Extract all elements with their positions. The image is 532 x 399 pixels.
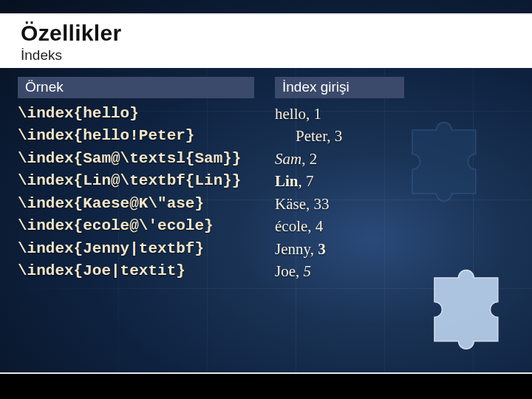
index-entry: Joe, 5 bbox=[275, 260, 497, 282]
index-entry: Jenny, 3 bbox=[275, 238, 497, 260]
example-code-list: \index{hello} \index{hello!Peter} \index… bbox=[18, 103, 267, 283]
code-line: \index{Kaese@K\"ase} bbox=[18, 193, 267, 215]
index-entry: Peter, 3 bbox=[275, 125, 497, 147]
code-line: \index{Sam@\textsl{Sam}} bbox=[18, 148, 267, 170]
index-entry-list: hello, 1Peter, 3Sam, 2Lin, 7Käse, 33écol… bbox=[275, 103, 497, 283]
index-page: 4 bbox=[316, 217, 324, 235]
index-page: 5 bbox=[304, 262, 312, 280]
code-line: \index{Jenny|textbf} bbox=[18, 238, 267, 260]
example-heading: Örnek bbox=[18, 77, 254, 98]
output-heading: İndex girişi bbox=[275, 77, 404, 98]
code-line: \index{hello} bbox=[18, 103, 267, 125]
index-word: Jenny bbox=[275, 240, 310, 258]
index-entry: Lin, 7 bbox=[275, 170, 497, 192]
index-page: 3 bbox=[318, 240, 326, 258]
index-page: 3 bbox=[335, 127, 343, 145]
header: Özellikler İndeks bbox=[0, 15, 532, 68]
index-page: 33 bbox=[313, 195, 329, 213]
content-columns: Örnek \index{hello} \index{hello!Peter} … bbox=[18, 77, 514, 283]
example-column: Örnek \index{hello} \index{hello!Peter} … bbox=[18, 77, 267, 283]
code-line: \index{Lin@\textbf{Lin}} bbox=[18, 170, 267, 192]
index-word: école bbox=[275, 217, 307, 235]
index-entry: hello, 1 bbox=[275, 103, 497, 125]
code-line: \index{hello!Peter} bbox=[18, 125, 267, 147]
index-word: Lin bbox=[275, 172, 299, 190]
page-subtitle: İndeks bbox=[21, 47, 511, 64]
index-entry: école, 4 bbox=[275, 215, 497, 237]
index-page: 7 bbox=[306, 172, 314, 190]
index-entry: Sam, 2 bbox=[275, 148, 497, 170]
index-word: Sam bbox=[275, 150, 301, 168]
code-line: \index{ecole@\'ecole} bbox=[18, 215, 267, 237]
code-line: \index{Joe|textit} bbox=[18, 260, 267, 282]
footer-band bbox=[0, 374, 532, 399]
index-page: 1 bbox=[314, 105, 322, 123]
output-column: İndex girişi hello, 1Peter, 3Sam, 2Lin, … bbox=[275, 77, 497, 283]
index-word: Käse bbox=[275, 195, 306, 213]
index-word: Joe bbox=[275, 262, 296, 280]
index-entry: Käse, 33 bbox=[275, 193, 497, 215]
page-title: Özellikler bbox=[21, 21, 511, 46]
index-word: hello bbox=[275, 105, 306, 123]
index-page: 2 bbox=[310, 150, 318, 168]
index-word: Peter bbox=[296, 127, 327, 145]
